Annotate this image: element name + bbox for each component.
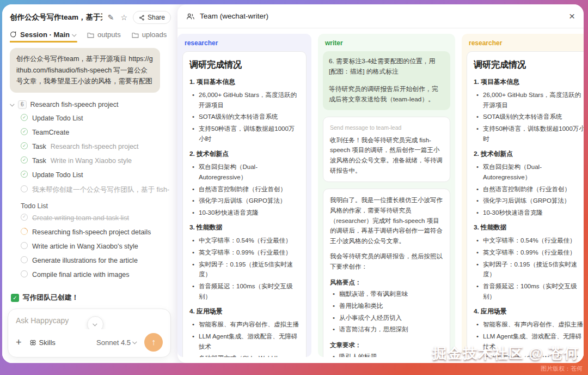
agent-column-writer[interactable]: writer 6. 需要标注3-4处需要配图的位置，用 [配图：描述] 的格式标… (318, 34, 455, 357)
chevron-down-icon (93, 322, 97, 326)
team-panel: Team (wechat-writer) × researcher 调研完成情况… (177, 4, 584, 363)
report-bullet: LLM Agent集成、游戏配音、无障碍技术 (189, 331, 299, 352)
task-group-header[interactable]: 6 Research fish-speech project (11, 100, 171, 109)
report-section-heading: 2. 技术创新点 (189, 149, 299, 159)
report-bullet: 首音频延迟：100ms（实时交互级别） (474, 281, 584, 301)
report-section-heading: 4. 应用场景 (189, 306, 299, 317)
share-button[interactable]: Share (133, 11, 171, 24)
todo-row: ✓ Create writing team and task list (10, 211, 171, 225)
session-titlebar: 创作公众号写作team，基于开源项目h... ✎ ☆ Share (10, 11, 171, 24)
plan-paragraph: 我会等待研究员的调研报告，然后按照以下要求创作： (330, 251, 443, 271)
report-bullet: 10-30秒快速语音克隆 (474, 208, 584, 218)
skills-icon (29, 339, 36, 346)
tab-uploads[interactable]: uploads (132, 31, 167, 43)
report-title: 调研完成情况 (474, 58, 584, 72)
task-count-badge: 6 (18, 100, 27, 109)
report-section-heading: 1. 项目基本信息 (189, 77, 299, 87)
chat-bubble-icon (10, 31, 17, 38)
task-label: TeamCreate (32, 128, 69, 137)
report-bullet: 实时因子：0.195（接近5倍实时速度） (474, 259, 584, 280)
composer-toolbar: + Skills Sonnet 4.5 ↑ (16, 333, 163, 352)
report-title: 调研完成情况 (189, 58, 299, 72)
tab-session-main[interactable]: Session · Main (10, 31, 76, 43)
style-heading: 风格要点： (330, 277, 443, 288)
result-headline: ✓ 写作团队已创建！ (11, 292, 169, 304)
skills-label: Skills (39, 338, 56, 347)
tab-label: uploads (142, 31, 167, 39)
edit-title-icon[interactable]: ✎ (107, 13, 115, 22)
task-row: 我来帮你创建一个公众号写作团队，基于 fish-speech 项目创作王... (10, 183, 171, 197)
watermark-text: 掘金技术社区 @ 苍何 (432, 344, 579, 363)
report-bullet: 智能客服、有声内容创作、虚拟主播 (189, 319, 299, 330)
share-label: Share (148, 14, 165, 21)
attach-button[interactable]: + (16, 337, 22, 347)
writer-reply-card: Send message to team-lead 收到任务！我会等待研究员完成… (323, 117, 450, 183)
todo-label-text: Compile final article with images (32, 270, 130, 280)
session-title: 创作公众号写作team，基于开源项目h... (10, 13, 102, 22)
report-bullet: 双自回归架构（Dual-Autoregressive） (189, 162, 299, 182)
chevron-down-icon (10, 102, 14, 106)
report-bullet: 支持50种语言，训练数据超1000万小时 (189, 124, 299, 144)
empty-circle-icon (21, 242, 28, 249)
report-bullet: 支持50种语言，训练数据超1000万小时 (474, 124, 584, 144)
report-bullet: 强化学习后训练（GRPO算法） (474, 196, 584, 206)
task-label: Task (32, 156, 46, 166)
app-window: 创作公众号写作team，基于开源项目h... ✎ ☆ Share Session… (2, 4, 584, 363)
close-icon[interactable]: × (569, 10, 575, 22)
session-tabs: Session · Main outputs uploads claude.md (10, 31, 171, 43)
check-circle-icon: ✓ (21, 156, 28, 164)
folder-icon (132, 32, 139, 38)
report-bullet: 中文字错率：0.54%（行业最佳） (474, 235, 584, 246)
chevron-down-icon (72, 32, 76, 37)
report-bullet: 多种部署方式（CLI、WebUI、API、Docker） (189, 353, 299, 357)
task-row: ✓ Task Research fish-speech project (10, 140, 171, 154)
folder-icon (87, 32, 94, 38)
report-bullet: 实时因子：0.195（接近5倍实时速度） (189, 259, 299, 280)
share-icon (139, 15, 145, 21)
report-bullet: 英文字错率：0.99%（行业最佳） (189, 247, 299, 258)
agent-label: researcher (185, 39, 307, 47)
agent-label: researcher (469, 39, 584, 47)
report-bullet: 26,000+ GitHub Stars，高度活跃的开源项目 (474, 90, 584, 110)
check-circle-icon: ✓ (21, 171, 28, 178)
tab-label: outputs (97, 31, 121, 39)
model-selector[interactable]: Sonnet 4.5 (96, 338, 137, 347)
session-message-area[interactable]: 创作公众号写作team，基于开源项目 https://github.com/fi… (10, 48, 171, 329)
todo-list-label: Todo List (21, 202, 171, 210)
task-label: Update Todo List (32, 170, 83, 180)
report-section-heading: 2. 技术创新点 (474, 149, 584, 159)
agent-column-researcher-2[interactable]: researcher 调研完成情况 1. 项目基本信息 26,000+ GitH… (462, 34, 584, 357)
copyright-text: 图片版权：苍何 (541, 365, 583, 373)
report-bullet: SOTA级别的文本转语音系统 (474, 112, 584, 122)
bubble-paragraph: 等待研究员的调研报告后开始创作，完成后将文章发送给我（team-lead）。 (329, 84, 444, 105)
writer-task-bubble: 6. 需要标注3-4处需要配图的位置，用 [配图：描述] 的格式标注 等待研究员… (323, 51, 450, 110)
tab-outputs[interactable]: outputs (87, 31, 121, 43)
skills-button[interactable]: Skills (29, 338, 56, 347)
todo-label-text: Create writing team and task list (32, 213, 129, 223)
agent-column-researcher-1[interactable]: researcher 调研完成情况 1. 项目基本信息 26,000+ GitH… (177, 34, 311, 357)
article-heading: 文章要求： (330, 340, 443, 350)
report-bullet: 强化学习后训练（GRPO算法） (189, 196, 299, 206)
empty-circle-icon (21, 185, 28, 192)
send-button[interactable]: ↑ (144, 333, 163, 352)
task-row: ✓ Update Todo List (10, 168, 171, 182)
task-group-title: Research fish-speech project (30, 101, 119, 108)
report-bullet: 英文字错率：0.99%（行业最佳） (474, 247, 584, 258)
writer-plan-card: 我明白了。我是一位擅长模仿王小波写作风格的作家，需要等待研究员（research… (323, 189, 450, 357)
check-circle-icon: ✓ (21, 214, 28, 221)
empty-circle-icon (21, 256, 28, 263)
report-section-heading: 4. 应用场景 (474, 306, 584, 317)
check-circle-icon: ✓ (21, 114, 28, 121)
team-icon (186, 13, 195, 20)
todo-row: Write article in Wang Xiaobo's style (10, 239, 171, 253)
task-label: 我来帮你创建一个公众号写作团队，基于 fish-speech 项目创作王... (32, 185, 169, 195)
report-bullet: 智能客服、有声内容创作、虚拟主播 (474, 319, 584, 330)
scroll-to-bottom-button[interactable] (87, 316, 103, 329)
agent-label: writer (325, 39, 450, 47)
report-bullet: 26,000+ GitHub Stars，高度活跃的开源项目 (189, 90, 299, 110)
agent-columns-row[interactable]: researcher 调研完成情况 1. 项目基本信息 26,000+ GitH… (177, 28, 584, 362)
todo-label-text: Researching fish-speech project details (32, 227, 151, 237)
star-icon[interactable]: ☆ (119, 13, 128, 22)
report-bullet: 自然语言控制韵律（行业首创） (474, 184, 584, 195)
chevron-down-icon (132, 340, 137, 344)
